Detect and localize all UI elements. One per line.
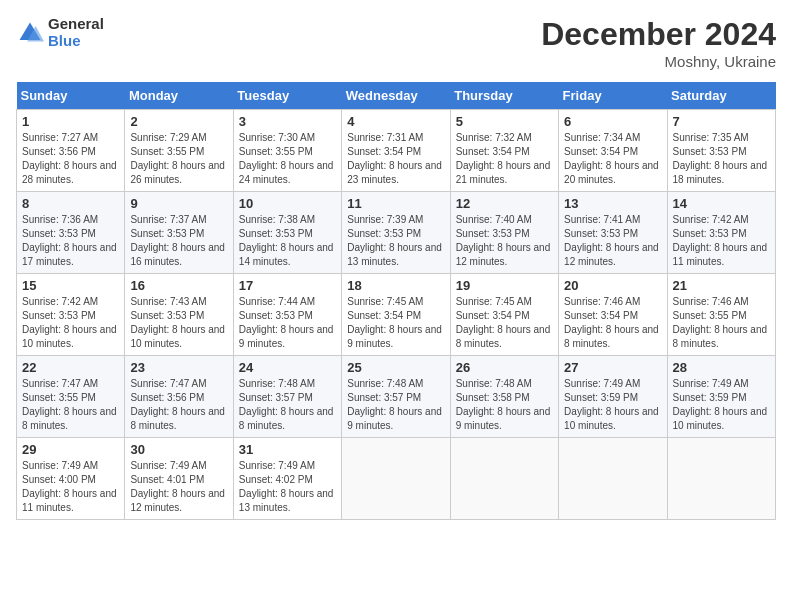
calendar-table: SundayMondayTuesdayWednesdayThursdayFrid… <box>16 82 776 520</box>
day-number: 6 <box>564 114 661 129</box>
day-cell: 18 Sunrise: 7:45 AM Sunset: 3:54 PM Dayl… <box>342 274 450 356</box>
day-info: Sunrise: 7:45 AM Sunset: 3:54 PM Dayligh… <box>347 295 444 351</box>
day-cell <box>559 438 667 520</box>
day-cell: 13 Sunrise: 7:41 AM Sunset: 3:53 PM Dayl… <box>559 192 667 274</box>
day-cell: 28 Sunrise: 7:49 AM Sunset: 3:59 PM Dayl… <box>667 356 775 438</box>
day-info: Sunrise: 7:45 AM Sunset: 3:54 PM Dayligh… <box>456 295 553 351</box>
day-number: 31 <box>239 442 336 457</box>
day-cell: 27 Sunrise: 7:49 AM Sunset: 3:59 PM Dayl… <box>559 356 667 438</box>
day-number: 22 <box>22 360 119 375</box>
day-number: 13 <box>564 196 661 211</box>
logo-text: General Blue <box>48 16 104 49</box>
week-row-3: 15 Sunrise: 7:42 AM Sunset: 3:53 PM Dayl… <box>17 274 776 356</box>
day-info: Sunrise: 7:48 AM Sunset: 3:58 PM Dayligh… <box>456 377 553 433</box>
logo: General Blue <box>16 16 104 49</box>
weekday-header-wednesday: Wednesday <box>342 82 450 110</box>
day-info: Sunrise: 7:40 AM Sunset: 3:53 PM Dayligh… <box>456 213 553 269</box>
day-cell: 12 Sunrise: 7:40 AM Sunset: 3:53 PM Dayl… <box>450 192 558 274</box>
title-block: December 2024 Moshny, Ukraine <box>541 16 776 70</box>
day-number: 16 <box>130 278 227 293</box>
day-info: Sunrise: 7:27 AM Sunset: 3:56 PM Dayligh… <box>22 131 119 187</box>
logo-icon <box>16 19 44 47</box>
day-info: Sunrise: 7:49 AM Sunset: 4:02 PM Dayligh… <box>239 459 336 515</box>
day-number: 4 <box>347 114 444 129</box>
day-cell: 16 Sunrise: 7:43 AM Sunset: 3:53 PM Dayl… <box>125 274 233 356</box>
day-number: 19 <box>456 278 553 293</box>
day-number: 10 <box>239 196 336 211</box>
day-cell: 2 Sunrise: 7:29 AM Sunset: 3:55 PM Dayli… <box>125 110 233 192</box>
logo-blue: Blue <box>48 33 104 50</box>
day-info: Sunrise: 7:29 AM Sunset: 3:55 PM Dayligh… <box>130 131 227 187</box>
day-number: 28 <box>673 360 770 375</box>
day-cell: 19 Sunrise: 7:45 AM Sunset: 3:54 PM Dayl… <box>450 274 558 356</box>
weekday-header-saturday: Saturday <box>667 82 775 110</box>
day-number: 8 <box>22 196 119 211</box>
day-number: 24 <box>239 360 336 375</box>
day-number: 14 <box>673 196 770 211</box>
day-info: Sunrise: 7:42 AM Sunset: 3:53 PM Dayligh… <box>673 213 770 269</box>
day-info: Sunrise: 7:31 AM Sunset: 3:54 PM Dayligh… <box>347 131 444 187</box>
day-cell: 10 Sunrise: 7:38 AM Sunset: 3:53 PM Dayl… <box>233 192 341 274</box>
day-cell: 4 Sunrise: 7:31 AM Sunset: 3:54 PM Dayli… <box>342 110 450 192</box>
day-number: 2 <box>130 114 227 129</box>
day-number: 29 <box>22 442 119 457</box>
day-info: Sunrise: 7:49 AM Sunset: 3:59 PM Dayligh… <box>673 377 770 433</box>
day-number: 12 <box>456 196 553 211</box>
day-cell: 31 Sunrise: 7:49 AM Sunset: 4:02 PM Dayl… <box>233 438 341 520</box>
day-info: Sunrise: 7:39 AM Sunset: 3:53 PM Dayligh… <box>347 213 444 269</box>
location: Moshny, Ukraine <box>541 53 776 70</box>
day-cell: 3 Sunrise: 7:30 AM Sunset: 3:55 PM Dayli… <box>233 110 341 192</box>
day-cell: 9 Sunrise: 7:37 AM Sunset: 3:53 PM Dayli… <box>125 192 233 274</box>
logo-general: General <box>48 16 104 33</box>
day-cell: 6 Sunrise: 7:34 AM Sunset: 3:54 PM Dayli… <box>559 110 667 192</box>
day-info: Sunrise: 7:35 AM Sunset: 3:53 PM Dayligh… <box>673 131 770 187</box>
day-info: Sunrise: 7:42 AM Sunset: 3:53 PM Dayligh… <box>22 295 119 351</box>
day-number: 21 <box>673 278 770 293</box>
day-cell: 26 Sunrise: 7:48 AM Sunset: 3:58 PM Dayl… <box>450 356 558 438</box>
day-number: 5 <box>456 114 553 129</box>
day-info: Sunrise: 7:49 AM Sunset: 3:59 PM Dayligh… <box>564 377 661 433</box>
week-row-2: 8 Sunrise: 7:36 AM Sunset: 3:53 PM Dayli… <box>17 192 776 274</box>
day-cell: 23 Sunrise: 7:47 AM Sunset: 3:56 PM Dayl… <box>125 356 233 438</box>
day-number: 27 <box>564 360 661 375</box>
day-number: 9 <box>130 196 227 211</box>
week-row-4: 22 Sunrise: 7:47 AM Sunset: 3:55 PM Dayl… <box>17 356 776 438</box>
day-cell: 24 Sunrise: 7:48 AM Sunset: 3:57 PM Dayl… <box>233 356 341 438</box>
day-info: Sunrise: 7:49 AM Sunset: 4:01 PM Dayligh… <box>130 459 227 515</box>
day-info: Sunrise: 7:37 AM Sunset: 3:53 PM Dayligh… <box>130 213 227 269</box>
day-info: Sunrise: 7:46 AM Sunset: 3:54 PM Dayligh… <box>564 295 661 351</box>
weekday-header-tuesday: Tuesday <box>233 82 341 110</box>
day-cell <box>342 438 450 520</box>
day-cell: 11 Sunrise: 7:39 AM Sunset: 3:53 PM Dayl… <box>342 192 450 274</box>
day-cell: 25 Sunrise: 7:48 AM Sunset: 3:57 PM Dayl… <box>342 356 450 438</box>
day-cell: 1 Sunrise: 7:27 AM Sunset: 3:56 PM Dayli… <box>17 110 125 192</box>
day-info: Sunrise: 7:48 AM Sunset: 3:57 PM Dayligh… <box>347 377 444 433</box>
day-number: 23 <box>130 360 227 375</box>
page-header: General Blue December 2024 Moshny, Ukrai… <box>16 16 776 70</box>
day-number: 30 <box>130 442 227 457</box>
day-cell <box>667 438 775 520</box>
day-number: 15 <box>22 278 119 293</box>
weekday-header-row: SundayMondayTuesdayWednesdayThursdayFrid… <box>17 82 776 110</box>
weekday-header-friday: Friday <box>559 82 667 110</box>
week-row-5: 29 Sunrise: 7:49 AM Sunset: 4:00 PM Dayl… <box>17 438 776 520</box>
day-cell: 8 Sunrise: 7:36 AM Sunset: 3:53 PM Dayli… <box>17 192 125 274</box>
day-cell: 15 Sunrise: 7:42 AM Sunset: 3:53 PM Dayl… <box>17 274 125 356</box>
day-info: Sunrise: 7:47 AM Sunset: 3:55 PM Dayligh… <box>22 377 119 433</box>
day-info: Sunrise: 7:30 AM Sunset: 3:55 PM Dayligh… <box>239 131 336 187</box>
day-cell: 14 Sunrise: 7:42 AM Sunset: 3:53 PM Dayl… <box>667 192 775 274</box>
day-cell <box>450 438 558 520</box>
month-title: December 2024 <box>541 16 776 53</box>
day-info: Sunrise: 7:41 AM Sunset: 3:53 PM Dayligh… <box>564 213 661 269</box>
weekday-header-sunday: Sunday <box>17 82 125 110</box>
day-cell: 5 Sunrise: 7:32 AM Sunset: 3:54 PM Dayli… <box>450 110 558 192</box>
day-info: Sunrise: 7:36 AM Sunset: 3:53 PM Dayligh… <box>22 213 119 269</box>
day-cell: 30 Sunrise: 7:49 AM Sunset: 4:01 PM Dayl… <box>125 438 233 520</box>
day-number: 1 <box>22 114 119 129</box>
day-info: Sunrise: 7:48 AM Sunset: 3:57 PM Dayligh… <box>239 377 336 433</box>
day-number: 20 <box>564 278 661 293</box>
day-info: Sunrise: 7:43 AM Sunset: 3:53 PM Dayligh… <box>130 295 227 351</box>
day-number: 18 <box>347 278 444 293</box>
day-info: Sunrise: 7:38 AM Sunset: 3:53 PM Dayligh… <box>239 213 336 269</box>
day-info: Sunrise: 7:44 AM Sunset: 3:53 PM Dayligh… <box>239 295 336 351</box>
